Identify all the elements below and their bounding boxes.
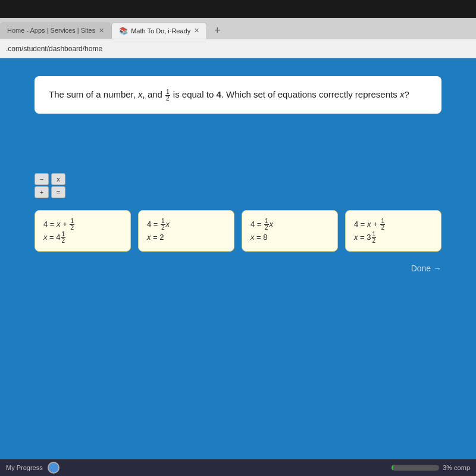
browser-chrome: Home - Apps | Services | Sites ✕ 📚 Math …	[0, 18, 476, 58]
math-tools: − x + =	[35, 173, 65, 199]
tab-math-favicon: 📚	[119, 27, 127, 35]
math-row-2: + =	[35, 186, 65, 198]
progress-bar-section: 3% comp	[392, 464, 470, 471]
question-card: The sum of a number, x, and 12 is equal …	[35, 76, 441, 114]
tab-home-close[interactable]: ✕	[99, 27, 104, 35]
progress-avatar	[48, 462, 60, 474]
tab-home-label: Home - Apps | Services | Sites	[7, 27, 95, 34]
answers-row: 4 = x + 12 x = 412 4 = 12x x = 2 4 = 12x…	[35, 210, 441, 252]
answer-a-line2: x = 412	[43, 231, 122, 244]
math-row-1: − x	[35, 173, 65, 185]
plus-button[interactable]: +	[35, 186, 49, 198]
answer-a-line1: 4 = x + 12	[43, 218, 122, 231]
answer-c-line1: 4 = 12x	[250, 218, 329, 231]
top-bar	[0, 0, 476, 18]
bottom-bar: My Progress 3% comp	[0, 459, 476, 476]
question-text: The sum of a number, x, and 12 is equal …	[49, 89, 409, 99]
tab-math-close[interactable]: ✕	[194, 27, 199, 35]
main-content: The sum of a number, x, and 12 is equal …	[0, 58, 476, 476]
tab-home[interactable]: Home - Apps | Services | Sites ✕	[0, 22, 111, 39]
done-button[interactable]: Done →	[411, 264, 441, 273]
answer-c-line2: x = 8	[250, 231, 329, 244]
answer-card-a[interactable]: 4 = x + 12 x = 412	[35, 210, 131, 252]
address-text: .com/student/dashboard/home	[6, 45, 102, 53]
answer-d-line2: x = 312	[354, 231, 433, 244]
new-tab-button[interactable]: +	[209, 23, 225, 38]
answer-card-b[interactable]: 4 = 12x x = 2	[138, 210, 234, 252]
workspace-area	[35, 126, 441, 173]
progress-bar-inner	[392, 465, 393, 471]
minus-button[interactable]: −	[35, 173, 49, 185]
address-bar: .com/student/dashboard/home	[0, 39, 476, 58]
equals-button[interactable]: =	[51, 186, 65, 198]
progress-pct: 3% comp	[443, 464, 470, 471]
answer-card-c[interactable]: 4 = 12x x = 8	[242, 210, 338, 252]
answer-card-d[interactable]: 4 = x + 12 x = 312	[345, 210, 441, 252]
tab-bar: Home - Apps | Services | Sites ✕ 📚 Math …	[0, 18, 476, 39]
progress-bar-outer	[392, 465, 439, 471]
progress-label: My Progress	[6, 464, 43, 471]
answer-b-line1: 4 = 12x	[147, 218, 226, 231]
x-button[interactable]: x	[51, 173, 65, 185]
tab-math[interactable]: 📚 Math To Do, i-Ready ✕	[111, 22, 207, 39]
answer-d-line1: 4 = x + 12	[354, 218, 433, 231]
progress-section: My Progress	[6, 462, 60, 474]
tab-math-label: Math To Do, i-Ready	[131, 27, 190, 35]
answer-b-line2: x = 2	[147, 231, 226, 244]
